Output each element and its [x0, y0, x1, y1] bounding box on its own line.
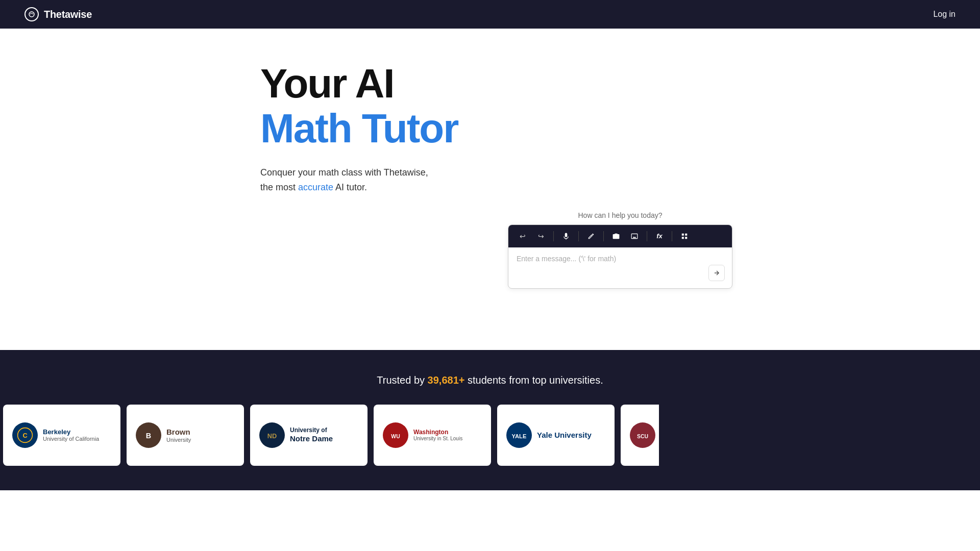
uni-logo-notredame: ND University of Notre Dame [259, 422, 358, 448]
universities-strip: C Berkeley University of California B [0, 405, 659, 466]
uni-card-scu: SCU Santa Clara University [621, 405, 659, 466]
grid-button[interactable] [677, 229, 692, 243]
svg-text:ND: ND [267, 432, 277, 440]
navbar: Thetawise Log in [0, 0, 980, 29]
uni-name-brown: Brown University [166, 428, 191, 443]
chat-section: How can I help you today? ↩ ↪ [260, 211, 980, 289]
universities-section: Trusted by 39,681+ students from top uni… [0, 350, 980, 490]
svg-text:C: C [22, 431, 27, 439]
svg-point-0 [29, 12, 34, 17]
chat-prompt-label: How can I help you today? [578, 211, 663, 219]
login-button[interactable]: Log in [933, 10, 955, 19]
uni-card-notredame: ND University of Notre Dame [250, 405, 368, 466]
uni-card-berkeley: C Berkeley University of California [3, 405, 120, 466]
draw-button[interactable] [584, 229, 598, 243]
universities-strip-wrapper: C Berkeley University of California B [0, 405, 980, 466]
svg-text:WU: WU [391, 434, 400, 439]
toolbar-separator-3 [603, 231, 604, 241]
undo-button[interactable]: ↩ [516, 229, 530, 243]
uni-card-brown: B Brown University [127, 405, 244, 466]
uni-logo-yale: YALE Yale University [506, 422, 605, 448]
uni-name-notredame: University of Notre Dame [290, 427, 333, 443]
uni-logo-washu: WU Washington University in St. Louis [383, 422, 482, 448]
toolbar-separator-4 [647, 231, 647, 241]
chat-input-area [508, 247, 732, 288]
brand-label: Thetawise [44, 9, 92, 20]
uni-logo-scu: SCU Santa Clara University [630, 422, 659, 448]
chat-toolbar: ↩ ↪ [508, 225, 732, 247]
uni-logo-berkeley: C Berkeley University of California [12, 422, 111, 448]
mic-button[interactable] [559, 229, 573, 243]
redo-button[interactable]: ↪ [534, 229, 548, 243]
camera-button[interactable] [609, 229, 623, 243]
uni-card-washu: WU Washington University in St. Louis [374, 405, 491, 466]
uni-badge-berkeley: C [12, 422, 38, 448]
accurate-highlight: accurate [298, 182, 333, 192]
uni-badge-notredame: ND [259, 422, 285, 448]
uni-name-washu: Washington University in St. Louis [413, 429, 462, 441]
trust-count: 39,681+ [428, 374, 465, 386]
chat-container: ↩ ↪ [508, 224, 732, 289]
image-button[interactable] [627, 229, 642, 243]
hero-title: Your AI Math Tutor [260, 61, 458, 151]
hero-title-line1: Your AI [260, 61, 394, 106]
toolbar-separator-5 [672, 231, 672, 241]
uni-badge-washu: WU [383, 422, 408, 448]
trust-title: Trusted by 39,681+ students from top uni… [0, 374, 980, 386]
trust-before: Trusted by [377, 374, 427, 386]
uni-badge-yale: YALE [506, 422, 532, 448]
uni-logo-brown: B Brown University [136, 422, 235, 448]
toolbar-separator-2 [578, 231, 579, 241]
brand: Thetawise [24, 7, 92, 21]
brand-icon [24, 7, 39, 21]
uni-card-yale: YALE Yale University [497, 405, 615, 466]
chat-input[interactable] [517, 255, 724, 275]
uni-badge-scu: SCU [630, 422, 655, 448]
hero-subtitle: Conquer your math class with Thetawise, … [260, 165, 428, 195]
uni-name-berkeley: Berkeley University of California [43, 428, 99, 442]
send-button[interactable] [708, 265, 725, 281]
toolbar-separator-1 [553, 231, 554, 241]
svg-text:YALE: YALE [512, 433, 527, 439]
uni-badge-brown: B [136, 422, 161, 448]
uni-name-yale: Yale University [537, 431, 592, 440]
hero-section: Your AI Math Tutor Conquer your math cla… [0, 0, 980, 319]
hero-title-line2: Math Tutor [260, 106, 458, 151]
fx-button[interactable]: fx [652, 229, 667, 243]
svg-text:B: B [146, 432, 151, 440]
svg-text:SCU: SCU [637, 434, 648, 439]
trust-after: students from top universities. [464, 374, 603, 386]
